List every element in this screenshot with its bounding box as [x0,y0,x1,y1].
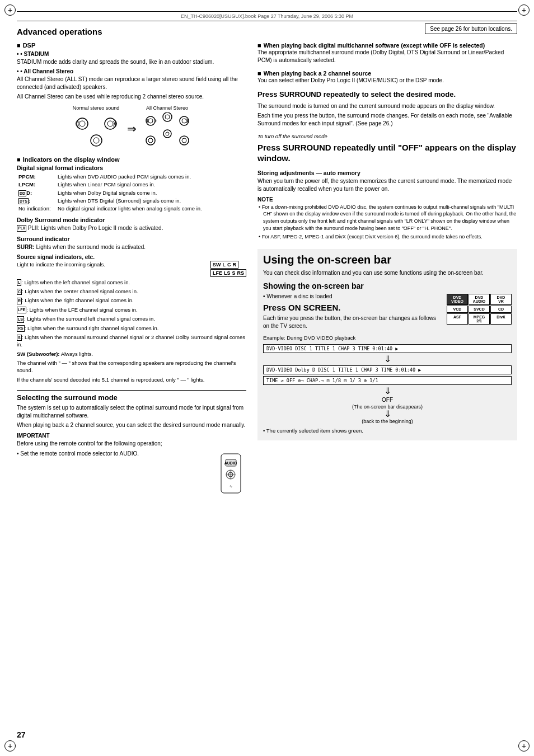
r-label: R [232,262,236,267]
indicator-text: No digital signal indicator lights when … [56,205,246,213]
storing-text: When you turn the power off, the system … [257,177,517,193]
dd-badge: DD [18,190,26,196]
indicator-text: Lights when Linear PCM signal comes in. [56,181,246,189]
svg-text:AUDIO: AUDIO [224,461,237,465]
two-channel-section: ■ When playing back a 2 channel source Y… [257,70,517,84]
important-section: IMPORTANT Before using the remote contro… [17,433,246,497]
selecting-text2: When playing back a 2 channel source, yo… [17,421,246,429]
r-channel-text: R: Lights when the right channel signal … [17,297,246,304]
whenever-text: • Whenever a disc is loaded [263,293,441,300]
back-label: (back to the beginning) [263,419,512,424]
storing-section: Storing adjustments — auto memory When y… [257,170,517,193]
two-channel-title: When playing back a 2 channel source [264,70,372,77]
all-channel-text1: All Channel Stereo (ALL ST) mode can rep… [17,76,246,91]
svg-point-14 [180,136,189,145]
r-badge: R [17,298,22,304]
dvd-audio-btn[interactable]: DVDAUDIO [469,294,490,305]
sw-label: SW [213,262,221,267]
note-item-1: For a down-mixing prohibited DVD AUDIO d… [257,204,517,232]
mpeg-btn[interactable]: MPEG2/1 [469,313,490,325]
table-row: No indication: No digital signal indicat… [17,205,246,213]
dsp-section: ■ DSP • STADIUM STADIUM mode adds clarit… [17,42,246,152]
indicator-label: DTS: [17,197,56,205]
table-row: LPCM: Lights when Linear PCM signal come… [17,181,246,189]
svg-point-16 [163,130,171,138]
l-label: L [222,262,226,267]
dolby-indicator-title: Dolby Surround mode indicator [17,217,246,223]
corner-decoration-tr [518,4,530,16]
divx-btn[interactable]: DivX [490,313,512,325]
important-text: Before using the remote control for the … [17,440,246,448]
page-reference: See page 26 for button locations. [425,24,517,34]
svg-point-7 [148,119,153,123]
table-row: DDD: Lights when Dolby Digital signals c… [17,189,246,197]
storing-title: Storing adjustments — auto memory [257,170,517,176]
left-column: ■ DSP • STADIUM STADIUM mode adds clarit… [17,42,246,497]
channel-note1: The channel with " — " shows that the co… [17,359,246,374]
indicator-label: No indication: [17,205,56,213]
remote-svg: AUDIO ∿ [216,451,246,496]
indicator-label: LPCM: [17,181,56,189]
indicator-label: PPCM: [17,173,56,181]
corner-decoration-tl [4,4,16,16]
lfe-labels-row: LFE LS S RS [210,269,246,277]
all-channel-svg [142,112,193,152]
asf-btn[interactable]: ASF [447,313,468,325]
vcd-btn[interactable]: VCD [447,306,468,313]
digital-multichannel-title: When playing back digital multichannel s… [264,42,485,49]
turn-off-surround-section: To turn off the surround mode Press SURR… [257,133,517,164]
selecting-text1: The system is set up to automatically se… [17,404,246,420]
svg-point-12 [146,136,155,145]
bar2b: TIME ↺ OFF ⊕→ CHAP.→ ⊡ 1/8 ⊟ 1/ 3 ⊕ 1/1 [263,376,512,385]
s-channel-text: S: Lights when the monaural surround cha… [17,334,246,349]
svcd-btn[interactable]: SVCD [469,306,490,313]
indicator-text: Lights when Dolby Digital signals come i… [56,189,246,197]
ls-channel-text: LS: Lights when the surround left channe… [17,315,246,322]
lfe-channel-badge: LFE [17,307,26,313]
dsp-title: DSP [23,42,36,49]
indicator-text: Lights when DVD AUDIO packed PCM signals… [56,173,246,181]
all-channel-label: All Channel Stereo [146,105,188,111]
showing-subsection: Showing the on-screen bar • Whenever a d… [263,281,512,435]
right-column: ■ When playing back digital multichannel… [257,42,517,497]
onscreen-bars: DVD-VIDEO DISC 1 TITLE 1 CHAP 3 TIME 0:0… [263,344,512,424]
lfe-label: LFE [213,270,222,276]
indicator-text: Lights when DTS Digital (Surround) signa… [56,197,246,205]
dvd-vr-btn[interactable]: DVDVR [490,294,512,305]
c-label: C [227,262,231,267]
on-screen-bar-section: Using the on-screen bar You can check di… [257,249,517,441]
selecting-surround-section: Selecting the surround mode The system i… [17,390,246,497]
s-badge: S [17,335,22,341]
normal-stereo-label: Normal stereo sound [73,105,120,111]
sw-channel-text: SW (Subwoofer): Always lights. [17,350,246,358]
important-title: IMPORTANT [17,433,246,439]
sw-labels-row: SW L C R [210,261,238,269]
example-label: Example: During DVD VIDEO playback [263,334,512,341]
channel-note2: If the channels' sound decoded into 5.1 … [17,376,246,383]
normal-stereo-diagram: Normal stereo sound [71,105,121,152]
showing-title: Showing the on-screen bar [263,281,512,290]
svg-text:∿: ∿ [229,485,232,488]
audio-remote-control: AUDIO ∿ [216,451,246,497]
table-row: PPCM: Lights when DVD AUDIO packed PCM s… [17,173,246,181]
digital-multichannel-text: The appropriate multichannel surround mo… [257,49,517,64]
l-badge: L [17,279,21,286]
rs-label: RS [237,270,244,276]
important-bullet: • Set the remote control mode selector t… [17,450,205,458]
c-channel-text: C: Lights when the center channel signal… [17,288,246,295]
indicators-title: Indicators on the display window [23,156,120,163]
source-indicators-title: Source signal indicators, etc. [17,254,246,260]
indicators-section: ■ Indicators on the display window Digit… [17,156,246,383]
svg-point-8 [163,112,172,121]
note-title: NOTE [257,196,517,203]
cd-btn[interactable]: CD [490,306,512,313]
rs-channel-text: RS: Lights when the surround right chann… [17,325,246,332]
all-channel-title: • All Channel Stereo [17,68,246,74]
press-surround-section: Press SURROUND repeatedly to select the … [257,90,517,128]
svg-point-13 [148,138,153,143]
dvd-video-btn[interactable]: DVDVIDEO [447,294,468,305]
svg-point-9 [165,115,170,119]
svg-point-15 [182,138,186,143]
dolby-text: Lights when Dolby Pro Logic II mode is a… [41,225,163,231]
plii-badge: PLII [17,225,26,232]
